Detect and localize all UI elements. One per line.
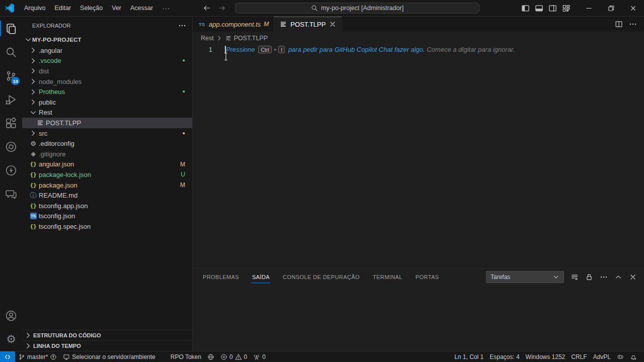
- tree-file-tsconfig.app.json[interactable]: {}tsconfig.app.json: [22, 201, 192, 211]
- minimize-icon: [585, 5, 593, 12]
- tree-item-label: .vscode: [39, 57, 61, 64]
- lock-scroll-icon[interactable]: [585, 273, 593, 281]
- activity-settings[interactable]: ⚙: [0, 327, 22, 351]
- menu-overflow-icon[interactable]: ···: [157, 5, 175, 12]
- activity-thunder-client[interactable]: [0, 158, 22, 182]
- status-globe[interactable]: [204, 351, 217, 362]
- status-ports[interactable]: 0: [250, 351, 269, 362]
- monitor-icon: [63, 353, 70, 360]
- panel-tab-portas[interactable]: PORTAS: [415, 268, 440, 285]
- command-center-search[interactable]: my-po-project [Administrador]: [235, 3, 479, 14]
- status-eol[interactable]: CRLF: [568, 351, 590, 362]
- toggle-panel-icon[interactable]: [535, 4, 543, 13]
- status-problems[interactable]: 00: [217, 351, 250, 362]
- editor-more-actions-icon[interactable]: [629, 20, 637, 28]
- minimize-button[interactable]: [578, 0, 600, 17]
- menu-selecao[interactable]: Seleção: [75, 3, 107, 14]
- activity-explorer[interactable]: [0, 17, 22, 40]
- tree-file-readme.md[interactable]: ⓘREADME.md: [22, 190, 192, 201]
- panel-more-actions-icon[interactable]: [600, 273, 608, 281]
- warning-icon: [235, 353, 242, 360]
- activity-chat[interactable]: [0, 182, 22, 206]
- status-indentation[interactable]: Espaços: 4: [487, 351, 522, 362]
- status-git-branch[interactable]: master*: [15, 351, 60, 362]
- menu-editar[interactable]: Editar: [50, 3, 75, 14]
- tab-post.tlpp[interactable]: POST.TLPP: [274, 17, 342, 32]
- tree-root-folder[interactable]: MY-PO-PROJECT: [22, 34, 192, 45]
- activity-run-debug[interactable]: [0, 87, 22, 111]
- activity-bar: 10⚙: [0, 17, 22, 351]
- clear-output-icon[interactable]: [571, 273, 579, 281]
- close-panel-icon[interactable]: [629, 273, 637, 281]
- tree-folder-protheus[interactable]: Protheus●: [22, 86, 192, 97]
- tree-folder-node_modules[interactable]: node_modules: [22, 76, 192, 87]
- status-copilot[interactable]: [614, 351, 627, 362]
- chat-icon: [5, 188, 17, 200]
- tree-file-package.json[interactable]: {}package.jsonM: [22, 180, 192, 191]
- section-label: ESTRUTURA DO CÓDIGO: [33, 332, 101, 338]
- panel-tab-terminal[interactable]: TERMINAL: [372, 268, 404, 285]
- status-notifications[interactable]: [627, 351, 640, 362]
- breadcrumb-file[interactable]: POST.TLPP: [234, 35, 268, 42]
- panel-tab-problemas[interactable]: PROBLEMAS: [202, 268, 240, 285]
- explorer-actions-icon[interactable]: [178, 22, 186, 30]
- maximize-panel-icon[interactable]: [614, 273, 622, 281]
- close-button[interactable]: [622, 0, 644, 17]
- activity-account[interactable]: [0, 304, 22, 327]
- tab-close-icon[interactable]: [329, 20, 337, 28]
- status-language-mode[interactable]: AdvPL: [590, 351, 614, 362]
- activity-search[interactable]: [0, 40, 22, 64]
- split-editor-icon[interactable]: [615, 20, 623, 28]
- tree-folder-public[interactable]: public: [22, 97, 192, 108]
- activity-totvs[interactable]: [0, 135, 22, 158]
- tree-folder-.angular[interactable]: .angular: [22, 45, 192, 56]
- vscode-window: ArquivoEditarSeleçãoVerAcessar ··· my-po…: [0, 0, 644, 362]
- panel-tab-saida[interactable]: SAÍDA: [251, 268, 271, 285]
- breadcrumb-folder[interactable]: Rest: [201, 35, 214, 42]
- code-editor[interactable]: 1 Pressione Ctrl + I para pedir para Git…: [193, 44, 644, 268]
- remote-indicator[interactable]: [0, 351, 15, 362]
- activity-source-control[interactable]: 10: [0, 64, 22, 87]
- section-linha-do-tempo[interactable]: LINHA DO TEMPO: [22, 340, 192, 351]
- back-arrow-icon[interactable]: [203, 4, 211, 12]
- tree-file-.gitignore[interactable]: ◈.gitignore: [22, 149, 192, 159]
- status-cursor-position[interactable]: Ln 1, Col 1: [451, 351, 487, 362]
- maximize-button[interactable]: [600, 0, 622, 17]
- tree-item-label: package-lock.json: [39, 171, 91, 178]
- menu-bar: ArquivoEditarSeleçãoVerAcessar: [20, 0, 157, 16]
- copilot-hint-text: Pressione: [226, 46, 257, 53]
- totvs-icon: [5, 141, 17, 153]
- activity-extensions[interactable]: [0, 111, 22, 135]
- panel-tab-console-de-depuracao[interactable]: CONSOLE DE DEPURAÇÃO: [282, 268, 361, 285]
- status-bar-right: Ln 1, Col 1Espaços: 4Windows 1252CRLFAdv…: [451, 351, 644, 362]
- editor-group: TSapp.component.tsMPOST.TLPP Rest POST.T…: [193, 17, 644, 351]
- tree-folder-dist[interactable]: dist: [22, 66, 192, 76]
- json-icon: {}: [29, 222, 37, 230]
- menu-ver[interactable]: Ver: [107, 3, 126, 14]
- status-server-select[interactable]: Selecionar o servidor/ambiente: [60, 351, 158, 362]
- customize-layout-icon[interactable]: [562, 4, 571, 13]
- toggle-secondary-sidebar-icon[interactable]: [548, 4, 557, 13]
- tree-folder-.vscode[interactable]: .vscode●: [22, 56, 192, 66]
- status-bar: master*Selecionar o servidor/ambienteRPO…: [0, 351, 644, 362]
- tree-file-.editorconfig[interactable]: ⚙.editorconfig: [22, 138, 192, 149]
- file-tree: MY-PO-PROJECT .angular.vscode●distnode_m…: [22, 34, 192, 330]
- status-rpo-token[interactable]: RPO Token: [158, 351, 204, 362]
- status-encoding[interactable]: Windows 1252: [523, 351, 569, 362]
- forward-arrow-icon[interactable]: [218, 4, 226, 12]
- tree-file-package-lock.json[interactable]: {}package-lock.jsonU: [22, 169, 192, 180]
- menu-arquivo[interactable]: Arquivo: [20, 3, 50, 14]
- tree-file-post.tlpp[interactable]: POST.TLPP: [22, 118, 192, 128]
- tab-label: POST.TLPP: [290, 21, 326, 28]
- tree-folder-rest[interactable]: Rest: [22, 108, 192, 118]
- menu-acessar[interactable]: Acessar: [126, 3, 157, 14]
- toggle-sidebar-icon[interactable]: [521, 4, 530, 13]
- tab-app.component.ts[interactable]: TSapp.component.tsM: [193, 17, 274, 32]
- tree-file-tsconfig.json[interactable]: TStsconfig.json: [22, 211, 192, 222]
- tree-folder-src[interactable]: src●: [22, 128, 192, 139]
- section-estrutura-do-codigo[interactable]: ESTRUTURA DO CÓDIGO: [22, 330, 192, 340]
- tree-item-label: .editorconfig: [39, 140, 74, 147]
- output-channel-select[interactable]: Tarefas: [486, 271, 564, 283]
- tree-file-angular.json[interactable]: {}angular.jsonM: [22, 159, 192, 170]
- tree-file-tsconfig.spec.json[interactable]: {}tsconfig.spec.json: [22, 221, 192, 232]
